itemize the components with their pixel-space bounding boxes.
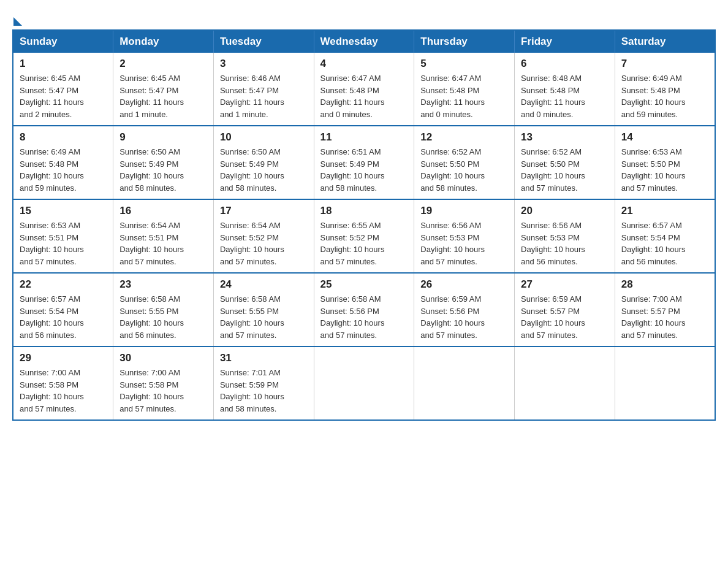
calendar-cell: 14Sunrise: 6:53 AM Sunset: 5:50 PM Dayli… bbox=[615, 126, 715, 199]
day-info: Sunrise: 6:54 AM Sunset: 5:52 PM Dayligh… bbox=[220, 220, 308, 267]
calendar-cell: 13Sunrise: 6:52 AM Sunset: 5:50 PM Dayli… bbox=[515, 126, 615, 199]
day-info: Sunrise: 6:45 AM Sunset: 5:47 PM Dayligh… bbox=[20, 72, 107, 120]
day-info: Sunrise: 6:53 AM Sunset: 5:51 PM Dayligh… bbox=[20, 220, 107, 267]
day-number: 9 bbox=[119, 131, 207, 144]
day-info: Sunrise: 7:00 AM Sunset: 5:58 PM Dayligh… bbox=[20, 367, 107, 415]
day-number: 6 bbox=[521, 58, 609, 70]
day-info: Sunrise: 6:52 AM Sunset: 5:50 PM Dayligh… bbox=[521, 146, 609, 194]
calendar-cell bbox=[515, 347, 615, 420]
day-info: Sunrise: 6:50 AM Sunset: 5:49 PM Dayligh… bbox=[220, 146, 308, 194]
day-number: 21 bbox=[621, 205, 708, 217]
day-number: 20 bbox=[521, 205, 609, 217]
day-info: Sunrise: 6:59 AM Sunset: 5:57 PM Dayligh… bbox=[521, 293, 609, 341]
day-number: 4 bbox=[320, 58, 408, 70]
calendar-week-row: 15Sunrise: 6:53 AM Sunset: 5:51 PM Dayli… bbox=[13, 199, 715, 273]
day-number: 7 bbox=[621, 58, 708, 70]
day-number: 11 bbox=[320, 131, 408, 144]
day-number: 29 bbox=[20, 352, 107, 364]
day-number: 26 bbox=[420, 278, 508, 291]
day-number: 22 bbox=[20, 278, 107, 291]
calendar-week-row: 22Sunrise: 6:57 AM Sunset: 5:54 PM Dayli… bbox=[13, 273, 715, 347]
calendar-cell: 2Sunrise: 6:45 AM Sunset: 5:47 PM Daylig… bbox=[113, 53, 214, 126]
day-info: Sunrise: 6:58 AM Sunset: 5:55 PM Dayligh… bbox=[220, 293, 308, 341]
calendar-cell: 7Sunrise: 6:49 AM Sunset: 5:48 PM Daylig… bbox=[615, 53, 715, 126]
day-info: Sunrise: 6:47 AM Sunset: 5:48 PM Dayligh… bbox=[420, 72, 508, 120]
header-sunday: Sunday bbox=[13, 30, 113, 53]
header-saturday: Saturday bbox=[615, 30, 715, 53]
calendar-cell bbox=[314, 347, 414, 420]
day-info: Sunrise: 6:57 AM Sunset: 5:54 PM Dayligh… bbox=[20, 293, 107, 341]
day-number: 18 bbox=[320, 205, 408, 217]
logo-arrow-icon bbox=[13, 17, 22, 26]
day-number: 5 bbox=[420, 58, 508, 70]
calendar-cell: 24Sunrise: 6:58 AM Sunset: 5:55 PM Dayli… bbox=[213, 273, 314, 347]
calendar-cell: 29Sunrise: 7:00 AM Sunset: 5:58 PM Dayli… bbox=[13, 347, 113, 420]
day-info: Sunrise: 6:50 AM Sunset: 5:49 PM Dayligh… bbox=[119, 146, 207, 194]
calendar-header-row: SundayMondayTuesdayWednesdayThursdayFrid… bbox=[13, 30, 715, 53]
calendar-cell: 22Sunrise: 6:57 AM Sunset: 5:54 PM Dayli… bbox=[13, 273, 113, 347]
calendar-cell: 9Sunrise: 6:50 AM Sunset: 5:49 PM Daylig… bbox=[113, 126, 214, 199]
calendar-cell: 4Sunrise: 6:47 AM Sunset: 5:48 PM Daylig… bbox=[314, 53, 414, 126]
day-info: Sunrise: 6:46 AM Sunset: 5:47 PM Dayligh… bbox=[220, 72, 308, 120]
day-number: 13 bbox=[521, 131, 609, 144]
calendar-cell: 26Sunrise: 6:59 AM Sunset: 5:56 PM Dayli… bbox=[414, 273, 515, 347]
day-number: 12 bbox=[420, 131, 508, 144]
calendar-cell bbox=[615, 347, 715, 420]
day-info: Sunrise: 6:52 AM Sunset: 5:50 PM Dayligh… bbox=[420, 146, 508, 194]
calendar-cell: 31Sunrise: 7:01 AM Sunset: 5:59 PM Dayli… bbox=[213, 347, 314, 420]
logo bbox=[12, 12, 22, 23]
day-number: 16 bbox=[119, 205, 207, 217]
day-info: Sunrise: 6:51 AM Sunset: 5:49 PM Dayligh… bbox=[320, 146, 408, 194]
calendar-cell: 17Sunrise: 6:54 AM Sunset: 5:52 PM Dayli… bbox=[213, 199, 314, 273]
header-tuesday: Tuesday bbox=[213, 30, 314, 53]
calendar-cell: 5Sunrise: 6:47 AM Sunset: 5:48 PM Daylig… bbox=[414, 53, 515, 126]
day-number: 2 bbox=[119, 58, 207, 70]
calendar-cell: 3Sunrise: 6:46 AM Sunset: 5:47 PM Daylig… bbox=[213, 53, 314, 126]
calendar-week-row: 1Sunrise: 6:45 AM Sunset: 5:47 PM Daylig… bbox=[13, 53, 715, 126]
day-number: 24 bbox=[220, 278, 308, 291]
day-number: 23 bbox=[119, 278, 207, 291]
day-number: 31 bbox=[220, 352, 308, 364]
day-number: 3 bbox=[220, 58, 308, 70]
day-info: Sunrise: 6:49 AM Sunset: 5:48 PM Dayligh… bbox=[20, 146, 107, 194]
day-info: Sunrise: 7:00 AM Sunset: 5:58 PM Dayligh… bbox=[119, 367, 207, 415]
day-info: Sunrise: 6:55 AM Sunset: 5:52 PM Dayligh… bbox=[320, 220, 408, 267]
calendar-cell: 8Sunrise: 6:49 AM Sunset: 5:48 PM Daylig… bbox=[13, 126, 113, 199]
day-info: Sunrise: 6:58 AM Sunset: 5:55 PM Dayligh… bbox=[119, 293, 207, 341]
calendar-cell: 20Sunrise: 6:56 AM Sunset: 5:53 PM Dayli… bbox=[515, 199, 615, 273]
day-info: Sunrise: 6:59 AM Sunset: 5:56 PM Dayligh… bbox=[420, 293, 508, 341]
day-info: Sunrise: 6:56 AM Sunset: 5:53 PM Dayligh… bbox=[521, 220, 609, 267]
calendar-cell: 27Sunrise: 6:59 AM Sunset: 5:57 PM Dayli… bbox=[515, 273, 615, 347]
calendar-cell bbox=[414, 347, 515, 420]
day-number: 30 bbox=[119, 352, 207, 364]
day-info: Sunrise: 6:56 AM Sunset: 5:53 PM Dayligh… bbox=[420, 220, 508, 267]
day-number: 19 bbox=[420, 205, 508, 217]
day-info: Sunrise: 6:58 AM Sunset: 5:56 PM Dayligh… bbox=[320, 293, 408, 341]
calendar-cell: 19Sunrise: 6:56 AM Sunset: 5:53 PM Dayli… bbox=[414, 199, 515, 273]
calendar-cell: 30Sunrise: 7:00 AM Sunset: 5:58 PM Dayli… bbox=[113, 347, 214, 420]
day-number: 17 bbox=[220, 205, 308, 217]
page-header bbox=[12, 12, 716, 23]
day-info: Sunrise: 6:48 AM Sunset: 5:48 PM Dayligh… bbox=[521, 72, 609, 120]
day-number: 1 bbox=[20, 58, 107, 70]
calendar-cell: 25Sunrise: 6:58 AM Sunset: 5:56 PM Dayli… bbox=[314, 273, 414, 347]
calendar-cell: 15Sunrise: 6:53 AM Sunset: 5:51 PM Dayli… bbox=[13, 199, 113, 273]
calendar-cell: 10Sunrise: 6:50 AM Sunset: 5:49 PM Dayli… bbox=[213, 126, 314, 199]
calendar-cell: 23Sunrise: 6:58 AM Sunset: 5:55 PM Dayli… bbox=[113, 273, 214, 347]
calendar-week-row: 29Sunrise: 7:00 AM Sunset: 5:58 PM Dayli… bbox=[13, 347, 715, 420]
day-info: Sunrise: 6:53 AM Sunset: 5:50 PM Dayligh… bbox=[621, 146, 708, 194]
calendar-cell: 28Sunrise: 7:00 AM Sunset: 5:57 PM Dayli… bbox=[615, 273, 715, 347]
calendar-week-row: 8Sunrise: 6:49 AM Sunset: 5:48 PM Daylig… bbox=[13, 126, 715, 199]
calendar-cell: 12Sunrise: 6:52 AM Sunset: 5:50 PM Dayli… bbox=[414, 126, 515, 199]
day-number: 10 bbox=[220, 131, 308, 144]
calendar-cell: 18Sunrise: 6:55 AM Sunset: 5:52 PM Dayli… bbox=[314, 199, 414, 273]
day-info: Sunrise: 7:01 AM Sunset: 5:59 PM Dayligh… bbox=[220, 367, 308, 415]
day-info: Sunrise: 6:54 AM Sunset: 5:51 PM Dayligh… bbox=[119, 220, 207, 267]
day-info: Sunrise: 7:00 AM Sunset: 5:57 PM Dayligh… bbox=[621, 293, 708, 341]
day-info: Sunrise: 6:49 AM Sunset: 5:48 PM Dayligh… bbox=[621, 72, 708, 120]
header-thursday: Thursday bbox=[414, 30, 515, 53]
calendar-cell: 1Sunrise: 6:45 AM Sunset: 5:47 PM Daylig… bbox=[13, 53, 113, 126]
calendar-table: SundayMondayTuesdayWednesdayThursdayFrid… bbox=[12, 29, 716, 421]
day-info: Sunrise: 6:57 AM Sunset: 5:54 PM Dayligh… bbox=[621, 220, 708, 267]
day-number: 28 bbox=[621, 278, 708, 291]
